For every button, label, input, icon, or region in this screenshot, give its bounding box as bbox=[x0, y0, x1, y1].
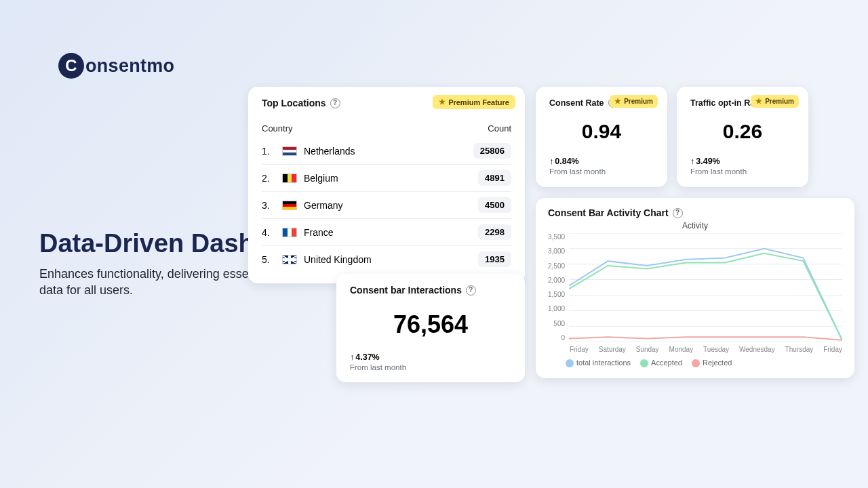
country-name: Netherlands bbox=[304, 146, 473, 157]
country-name: Germany bbox=[304, 200, 478, 211]
table-row: 3.Germany4500 bbox=[262, 191, 511, 218]
premium-badge: ★ Premium bbox=[751, 95, 799, 108]
country-name: France bbox=[304, 227, 478, 238]
traffic-optin-delta: ↑3.49% bbox=[690, 157, 795, 166]
premium-badge: ★ Premium bbox=[610, 95, 658, 108]
interactions-delta: ↑4.37% bbox=[350, 352, 511, 362]
interactions-value: 76,564 bbox=[350, 310, 511, 339]
traffic-optin-sub: From last month bbox=[690, 167, 795, 176]
consent-rate-card: Consent Rate ? ★ Premium 0.94 ↑0.84% Fro… bbox=[536, 87, 667, 187]
interactions-card: Consent bar Interactions ? 76,564 ↑4.37%… bbox=[336, 274, 525, 382]
logo-mark-icon: C bbox=[58, 53, 84, 79]
logo-text: onsentmo bbox=[85, 56, 174, 77]
row-index: 1. bbox=[262, 146, 275, 157]
flag-icon bbox=[282, 174, 297, 183]
country-count: 25806 bbox=[473, 143, 511, 159]
arrow-up-icon: ↑ bbox=[549, 157, 553, 166]
legend-dot-rejected-icon bbox=[692, 359, 700, 367]
star-icon: ★ bbox=[755, 97, 762, 106]
row-index: 5. bbox=[262, 254, 275, 265]
country-name: Belgium bbox=[304, 173, 478, 184]
activity-chart-title: Consent Bar Activity Chart bbox=[548, 207, 669, 218]
row-index: 2. bbox=[262, 173, 275, 184]
row-index: 4. bbox=[262, 227, 275, 238]
interactions-sub: From last month bbox=[350, 363, 511, 371]
legend-dot-total-icon bbox=[566, 359, 574, 367]
premium-feature-badge: ★ Premium Feature bbox=[433, 95, 515, 109]
top-locations-card: Top Locations ? ★ Premium Feature Countr… bbox=[248, 87, 525, 283]
table-row: 5.United Kingdom1935 bbox=[262, 245, 511, 272]
chart-x-axis: FridaySaturdaySundayMondayTuesdayWednesd… bbox=[570, 346, 842, 353]
traffic-optin-card: Traffic opt-in Rate ? ★ Premium 0.26 ↑3.… bbox=[677, 87, 808, 187]
star-icon: ★ bbox=[614, 97, 621, 106]
table-row: 1.Netherlands25806 bbox=[262, 138, 511, 164]
country-count: 4891 bbox=[478, 170, 511, 186]
country-count: 1935 bbox=[478, 251, 511, 267]
help-icon[interactable]: ? bbox=[673, 208, 683, 218]
activity-chart-card: Consent Bar Activity Chart ? Activity 3,… bbox=[536, 198, 854, 378]
chart-legend: total interactions Accepted Rejected bbox=[566, 359, 842, 367]
flag-icon bbox=[282, 146, 297, 156]
country-count: 4500 bbox=[478, 197, 511, 213]
star-icon: ★ bbox=[439, 98, 446, 106]
table-row: 4.France2298 bbox=[262, 218, 511, 245]
country-count: 2298 bbox=[478, 224, 511, 240]
activity-chart-subtitle: Activity bbox=[548, 221, 842, 230]
chart-plot-area bbox=[569, 233, 842, 342]
arrow-up-icon: ↑ bbox=[690, 157, 694, 166]
interactions-title: Consent bar Interactions bbox=[350, 285, 462, 296]
flag-icon bbox=[282, 228, 297, 237]
arrow-up-icon: ↑ bbox=[350, 352, 354, 362]
table-row: 2.Belgium4891 bbox=[262, 164, 511, 191]
top-locations-title: Top Locations bbox=[262, 98, 326, 108]
traffic-optin-value: 0.26 bbox=[690, 120, 795, 143]
col-header-country: Country bbox=[262, 123, 293, 134]
flag-icon bbox=[282, 201, 297, 210]
chart-y-axis: 3,5003,0002,5002,0001,5001,0005000 bbox=[548, 233, 569, 342]
legend-dot-accepted-icon bbox=[640, 359, 648, 367]
help-icon[interactable]: ? bbox=[330, 98, 340, 108]
consent-rate-delta: ↑0.84% bbox=[549, 157, 654, 166]
row-index: 3. bbox=[262, 200, 275, 211]
consent-rate-value: 0.94 bbox=[549, 120, 654, 143]
consent-rate-sub: From last month bbox=[549, 167, 654, 176]
help-icon[interactable]: ? bbox=[466, 285, 476, 296]
logo: C onsentmo bbox=[58, 53, 174, 79]
col-header-count: Count bbox=[488, 123, 511, 134]
country-name: United Kingdom bbox=[304, 254, 478, 265]
consent-rate-title: Consent Rate bbox=[549, 98, 604, 108]
flag-icon bbox=[282, 255, 297, 264]
